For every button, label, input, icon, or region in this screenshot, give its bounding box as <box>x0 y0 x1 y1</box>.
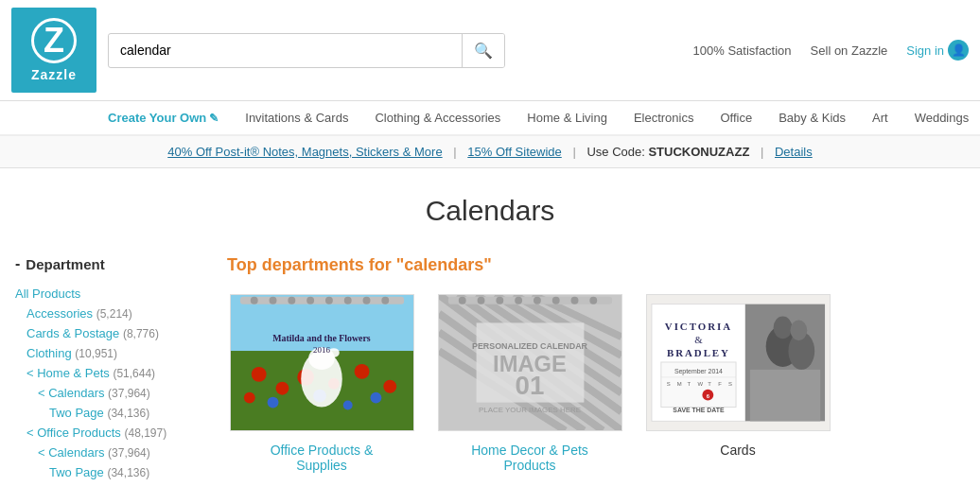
svg-rect-75 <box>749 370 819 421</box>
home-pets-count: (51,644) <box>113 367 155 380</box>
promo-deal2-link[interactable]: 15% Off Sitewide <box>467 145 561 159</box>
sidebar-item-twopage2[interactable]: Two Page (34,136) <box>15 462 193 482</box>
dept-label: Department <box>26 256 104 272</box>
sidebar-item-cards[interactable]: Cards & Postage (8,776) <box>15 323 193 343</box>
svg-rect-38 <box>447 297 611 304</box>
card-img-cards[interactable]: VICTORIA & BRADLEY September 2014 S M T … <box>646 294 831 431</box>
svg-point-10 <box>381 297 389 304</box>
nav-item-clothing[interactable]: Clothing & Accessories <box>361 101 514 134</box>
sidebar: - Department All Products Accessories (5… <box>0 246 208 492</box>
card-img-office[interactable]: Matilda and the Flowers 2016 <box>230 294 414 431</box>
calendars1-count: (37,964) <box>108 387 150 400</box>
nav-item-create[interactable]: Create Your Own ✎ <box>95 101 232 134</box>
sidebar-item-accessories[interactable]: Accessories (5,214) <box>15 304 193 323</box>
sidebar-item-home-pets[interactable]: < Home & Pets (51,644) <box>15 363 193 383</box>
sidebar-item-twopage1[interactable]: Two Page (34,136) <box>15 403 193 423</box>
svg-text:Matilda and the Flowers: Matilda and the Flowers <box>272 333 371 343</box>
use-code-text: Use Code: <box>586 145 644 159</box>
sidebar-item-calendars1[interactable]: < Calendars (37,964) <box>15 383 193 403</box>
nav-item-baby[interactable]: Baby & Kids <box>765 101 859 134</box>
cards-count: (8,776) <box>123 327 159 340</box>
user-icon: 👤 <box>948 40 969 61</box>
sidebar-dept-header: - Department <box>15 255 193 272</box>
nav-item-electronics[interactable]: Electronics <box>621 101 708 134</box>
svg-point-4 <box>269 297 276 304</box>
promo-deal1-link[interactable]: 40% Off Post-it® Notes, Magnets, Sticker… <box>167 145 442 159</box>
svg-point-8 <box>343 297 351 304</box>
flower-svg: Matilda and the Flowers 2016 <box>231 294 413 431</box>
search-button[interactable]: 🔍 <box>462 34 504 67</box>
svg-text:BRADLEY: BRADLEY <box>666 347 729 358</box>
svg-point-12 <box>251 367 266 382</box>
svg-text:T: T <box>708 381 711 387</box>
promo-sep2: | <box>572 145 575 159</box>
clothing-count: (10,951) <box>75 347 117 360</box>
nav-item-home[interactable]: Home & Living <box>514 101 621 134</box>
card-img-home[interactable]: PERSONALIZED CALENDAR IMAGE 01 PLACE YOU… <box>438 294 622 431</box>
svg-text:F: F <box>718 381 722 387</box>
sidebar-item-all[interactable]: All Products <box>15 284 193 304</box>
svg-point-41 <box>496 297 503 304</box>
card-label-office[interactable]: Office Products &Supplies <box>271 443 374 473</box>
twopage1-count: (34,136) <box>107 407 149 420</box>
dept-dash: - <box>15 255 20 272</box>
twopage2-count: (34,136) <box>107 466 149 479</box>
logo-icon: Z <box>31 18 77 63</box>
promo-sep1: | <box>453 145 456 159</box>
main-nav: Create Your Own ✎ Invitations & Cards Cl… <box>0 101 980 136</box>
svg-point-22 <box>370 392 381 404</box>
content-area: Top departments for "calendars" <box>208 246 980 492</box>
top-depts-title: Top departments for "calendars" <box>227 255 961 275</box>
svg-text:01: 01 <box>515 371 544 400</box>
svg-point-43 <box>533 297 540 304</box>
search-input[interactable] <box>109 35 462 65</box>
home-svg: PERSONALIZED CALENDAR IMAGE 01 PLACE YOU… <box>439 294 621 431</box>
accessories-count: (5,214) <box>96 307 132 321</box>
header: Z Zazzle 🔍 100% Satisfaction Sell on Zaz… <box>0 0 980 101</box>
svg-point-21 <box>342 401 352 410</box>
logo[interactable]: Z Zazzle <box>11 8 96 93</box>
promo-sep3: | <box>761 145 763 159</box>
svg-point-6 <box>306 297 314 304</box>
svg-point-74 <box>790 320 807 340</box>
svg-rect-2 <box>239 297 403 304</box>
svg-point-40 <box>477 297 484 304</box>
logo-brand: Zazzle <box>31 67 77 82</box>
svg-text:PERSONALIZED CALENDAR: PERSONALIZED CALENDAR <box>471 341 587 351</box>
svg-point-39 <box>458 297 465 304</box>
svg-point-7 <box>324 297 332 304</box>
sell-on-zazzle-link[interactable]: Sell on Zazzle <box>811 43 888 58</box>
card-label-home[interactable]: Home Decor & PetsProducts <box>471 443 588 473</box>
sidebar-item-clothing[interactable]: Clothing (10,951) <box>15 343 193 363</box>
svg-point-44 <box>551 297 559 304</box>
svg-point-5 <box>288 297 295 304</box>
nav-item-weddings[interactable]: Weddings <box>901 101 980 134</box>
svg-text:VICTORIA: VICTORIA <box>664 321 731 332</box>
svg-text:SAVE THE DATE: SAVE THE DATE <box>673 407 725 413</box>
nav-item-invitations[interactable]: Invitations & Cards <box>232 101 361 134</box>
page-title: Calendars <box>0 195 980 227</box>
sign-in-link[interactable]: Sign in 👤 <box>906 40 969 61</box>
main-content: - Department All Products Accessories (5… <box>0 246 980 504</box>
nav-item-office[interactable]: Office <box>707 101 765 134</box>
sign-in-label: Sign in <box>906 43 944 58</box>
sidebar-item-office-products[interactable]: < Office Products (48,197) <box>15 423 193 443</box>
svg-point-13 <box>275 382 289 395</box>
svg-point-9 <box>362 297 370 304</box>
pencil-icon: ✎ <box>209 112 219 125</box>
svg-point-73 <box>773 317 792 339</box>
cards-svg: VICTORIA & BRADLEY September 2014 S M T … <box>647 294 830 431</box>
sidebar-item-calendars2[interactable]: < Calendars (37,964) <box>15 443 193 462</box>
svg-point-18 <box>243 392 254 404</box>
calendars2-count: (37,964) <box>108 446 150 460</box>
header-right: 100% Satisfaction Sell on Zazzle Sign in… <box>693 40 969 61</box>
nav-item-art[interactable]: Art <box>859 101 901 134</box>
promo-details-link[interactable]: Details <box>775 145 813 159</box>
svg-text:M: M <box>676 381 681 387</box>
card-label-cards[interactable]: Cards <box>720 443 755 458</box>
promo-banner: 40% Off Post-it® Notes, Magnets, Sticker… <box>0 136 980 168</box>
svg-point-16 <box>354 364 369 379</box>
svg-point-46 <box>589 297 597 304</box>
svg-text:&: & <box>694 334 703 345</box>
office-products-count: (48,197) <box>124 426 166 440</box>
